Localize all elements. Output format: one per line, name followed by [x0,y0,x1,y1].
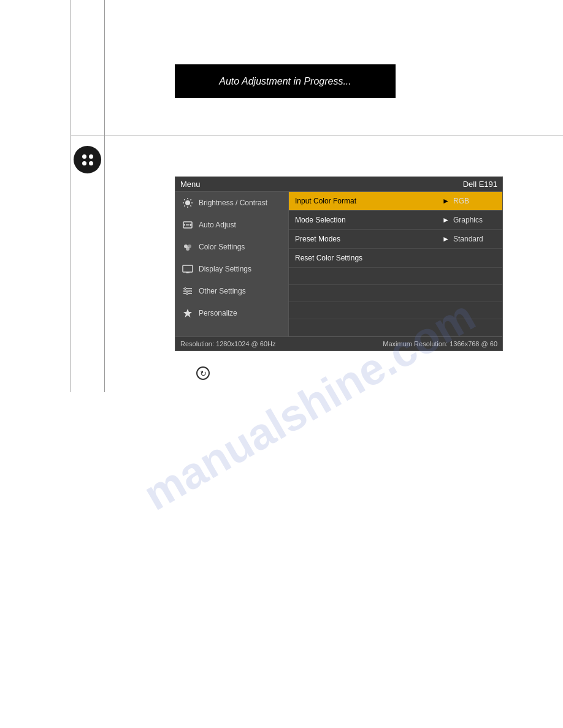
color-settings-label: Color Settings [199,243,245,251]
sidebar-item-personalize[interactable]: Personalize [175,302,288,324]
auto-adjust-icon [182,219,194,231]
menu-header: Menu Dell E191 [175,177,502,192]
mode-selection-value: Graphics [453,216,496,224]
sidebar-item-color-settings[interactable]: Color Settings [175,236,288,258]
other-settings-icon [182,285,194,297]
empty-row-4 [289,319,502,336]
preset-modes-value: Standard [453,235,496,243]
footer-resolution: Resolution: 1280x1024 @ 60Hz [180,340,276,347]
input-color-format-arrow: ► [442,197,450,205]
sidebar-item-auto-adjust[interactable]: Auto Adjust [175,214,288,236]
right-item-preset-modes[interactable]: Preset Modes ► Standard [289,230,502,249]
right-item-reset-color-settings[interactable]: Reset Color Settings [289,249,502,268]
svg-point-0 [185,200,190,205]
vertical-line-left2 [71,135,71,392]
svg-point-22 [185,288,186,290]
left-panel: Brightness / Contrast Auto Adjust [175,192,289,336]
empty-row-2 [289,285,502,302]
color-settings-icon [182,241,194,253]
horizontal-line-top [71,135,563,135]
personalize-label: Personalize [199,309,237,317]
preset-modes-label: Preset Modes [295,235,439,243]
preset-modes-arrow: ► [442,235,450,243]
sidebar-item-display-settings[interactable]: Display Settings [175,258,288,280]
dot-3 [82,161,86,165]
svg-line-7 [190,199,191,200]
svg-line-8 [184,205,185,206]
svg-point-15 [186,247,190,251]
menu-body: Brightness / Contrast Auto Adjust [175,192,502,336]
svg-point-23 [190,290,191,292]
osd-menu: Menu Dell E191 [175,176,503,351]
other-settings-label: Other Settings [199,287,246,295]
sidebar-item-other-settings[interactable]: Other Settings [175,280,288,302]
mode-selection-arrow: ► [442,216,450,224]
mode-selection-label: Mode Selection [295,216,439,224]
svg-point-24 [186,293,188,295]
brightness-contrast-label: Brightness / Contrast [199,199,267,207]
menu-model: Dell E191 [463,180,497,189]
display-settings-label: Display Settings [199,265,251,273]
menu-footer: Resolution: 1280x1024 @ 60Hz Maximum Res… [175,336,502,351]
personalize-icon [182,307,194,319]
right-panel: Input Color Format ► RGB Mode Selection … [289,192,502,336]
empty-row-3 [289,302,502,319]
auto-adjust-box: Auto Adjustment in Progress... [175,64,396,98]
svg-marker-25 [183,309,192,317]
menu-title: Menu [180,180,201,189]
svg-line-5 [184,199,185,200]
reset-color-settings-label: Reset Color Settings [295,254,453,262]
right-item-mode-selection[interactable]: Mode Selection ► Graphics [289,211,502,230]
input-color-format-label: Input Color Format [295,197,439,205]
empty-row-1 [289,268,502,285]
vertical-line-left [71,0,71,135]
back-arrow-icon: ↻ [200,369,207,378]
input-color-format-value: RGB [453,197,496,205]
display-settings-icon [182,263,194,275]
vertical-line-mid [104,0,105,135]
vertical-line-mid2 [104,135,105,392]
footer-max-resolution: Maximum Resolution: 1366x768 @ 60 [383,340,497,347]
dot-4 [89,161,93,165]
svg-line-6 [190,205,191,206]
back-button[interactable]: ↻ [196,366,210,380]
auto-adjust-label: Auto Adjust [199,221,236,229]
right-item-input-color-format[interactable]: Input Color Format ► RGB [289,192,502,211]
svg-rect-16 [183,265,193,272]
auto-adjust-text: Auto Adjustment in Progress... [219,76,351,87]
circle-dots-icon [74,146,101,173]
sidebar-item-brightness-contrast[interactable]: Brightness / Contrast [175,192,288,214]
dot-1 [82,154,86,159]
dot-2 [89,154,93,159]
brightness-icon [182,197,194,209]
